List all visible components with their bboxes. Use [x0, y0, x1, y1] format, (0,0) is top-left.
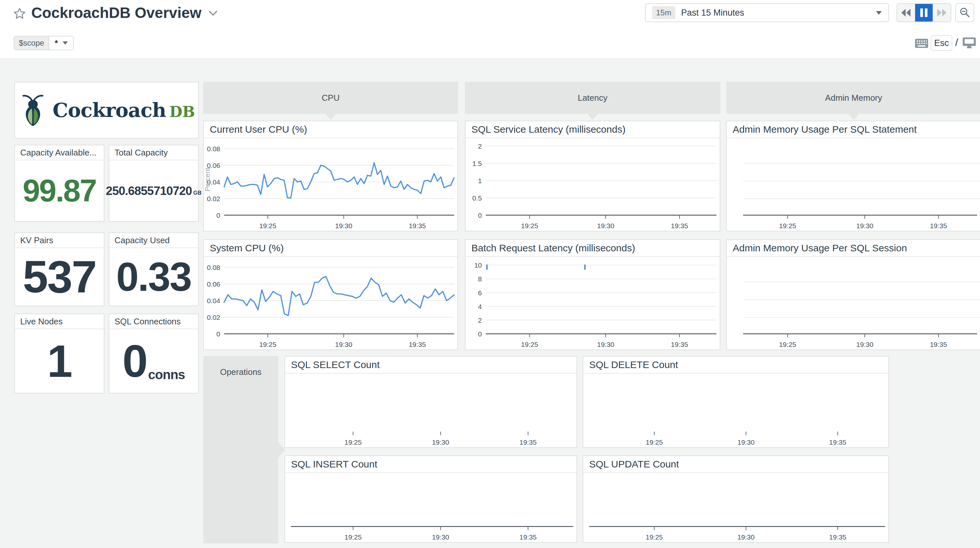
stat-title: Capacity Used	[109, 233, 198, 248]
shortcut-slash-text: /	[955, 37, 958, 49]
template-variable-scope[interactable]: $scope *	[14, 36, 74, 50]
esc-label: Esc	[934, 38, 949, 48]
time-range-label: Past 15 Minutes	[681, 8, 876, 18]
chart-sql-update-count: SQL UPDATE Count 19:2519:3019:35	[583, 456, 889, 543]
cockroachdb-logo-card: CockroachDB	[14, 82, 199, 138]
svg-text:19:30: 19:30	[856, 222, 873, 229]
svg-text:6: 6	[478, 289, 482, 297]
svg-text:19:35: 19:35	[930, 222, 947, 229]
stat-title: KV Pairs	[15, 233, 104, 248]
svg-text:0.02: 0.02	[207, 314, 220, 321]
chart-plot-area[interactable]: 00.020.040.060.0819:2519:3019:35Percent	[204, 139, 457, 231]
chart-plot-area[interactable]: 19:2519:3019:35	[285, 474, 576, 542]
time-rewind-button[interactable]	[897, 4, 915, 22]
svg-text:0: 0	[216, 211, 220, 219]
stat-card-capacity-used: Capacity Used 0.33	[109, 232, 199, 306]
chart-plot-area[interactable]: 19:2519:3019:35	[583, 474, 888, 542]
chart-plot-area[interactable]: 19:2519:3019:35	[285, 374, 576, 447]
section-notch	[278, 442, 285, 458]
stat-unit: GB	[193, 190, 202, 196]
section-header-latency[interactable]: Latency	[465, 82, 720, 114]
stat-value: 537	[23, 254, 96, 300]
chart-plot-area[interactable]: 19:2519:3019:35	[727, 257, 980, 349]
stat-card-sql-connections: SQL Connections 0 conns	[109, 314, 199, 394]
chart-plot-area[interactable]: 19:2519:3019:35	[727, 139, 980, 231]
svg-text:0.06: 0.06	[207, 280, 220, 288]
chart-plot-area[interactable]: 19:2519:3019:35	[583, 374, 888, 447]
fast-forward-icon	[936, 8, 947, 17]
section-label: Operations	[203, 367, 278, 377]
chart-plot-area[interactable]: 00.020.040.060.0819:2519:3019:35	[204, 257, 457, 349]
section-header-operations[interactable]: Operations	[203, 356, 278, 543]
svg-text:Percent: Percent	[204, 168, 211, 192]
keyboard-shortcuts-icon[interactable]	[915, 38, 929, 49]
cockroachdb-bug-icon	[18, 93, 48, 127]
stat-unit: conns	[148, 367, 185, 382]
chart-sql-delete-count: SQL DELETE Count 19:2519:3019:35	[583, 356, 889, 448]
template-variable-caret-icon	[63, 41, 68, 44]
chart-sql-service-latency: SQL Service Latency (milliseconds) 00.51…	[465, 121, 720, 232]
svg-text:1.5: 1.5	[473, 160, 482, 167]
time-range-badge: 15m	[652, 6, 675, 19]
svg-text:2: 2	[478, 143, 482, 150]
chart-plot-area[interactable]: 00.511.5219:2519:3019:35	[466, 139, 720, 231]
stat-value: 0.33	[116, 257, 191, 297]
svg-text:19:25: 19:25	[521, 341, 538, 348]
chart-title: Admin Memory Usage Per SQL Session	[727, 240, 980, 257]
section-header-cpu[interactable]: CPU	[203, 82, 458, 114]
zoom-out-button[interactable]	[955, 3, 974, 22]
chart-title: Batch Request Latency (milliseconds)	[466, 240, 720, 257]
svg-text:19:30: 19:30	[432, 533, 449, 541]
time-forward-button[interactable]	[933, 4, 951, 22]
section-header-admin-memory[interactable]: Admin Memory	[726, 82, 980, 114]
favorite-star-icon[interactable]	[13, 7, 26, 22]
stat-card-total-capacity: Total Capacity 250.6855710720 GB	[109, 145, 199, 222]
template-variable-value[interactable]: *	[49, 37, 73, 49]
chart-admin-memory-per-sql-session: Admin Memory Usage Per SQL Session 19:25…	[726, 239, 980, 350]
chart-admin-memory-per-sql-statement: Admin Memory Usage Per SQL Statement 19:…	[726, 121, 980, 232]
section-label: CPU	[322, 93, 340, 103]
chart-title: SQL UPDATE Count	[583, 456, 888, 473]
chart-title: Admin Memory Usage Per SQL Statement	[727, 121, 980, 138]
svg-text:19:25: 19:25	[259, 341, 277, 348]
chart-title: SQL Service Latency (milliseconds)	[466, 121, 720, 138]
svg-text:19:25: 19:25	[779, 222, 796, 229]
chart-title: SQL DELETE Count	[583, 357, 888, 373]
svg-text:19:30: 19:30	[597, 341, 614, 348]
chart-sql-select-count: SQL SELECT Count 19:2519:3019:35	[285, 356, 577, 448]
svg-text:10: 10	[474, 261, 482, 269]
svg-text:0.02: 0.02	[207, 195, 220, 202]
template-variable-value-text: *	[54, 38, 58, 48]
tv-mode-icon[interactable]	[963, 37, 976, 51]
svg-text:19:35: 19:35	[671, 222, 688, 229]
svg-text:19:25: 19:25	[521, 222, 538, 229]
time-pause-button[interactable]	[915, 4, 933, 22]
magnifier-minus-icon	[959, 7, 970, 18]
svg-text:8: 8	[478, 275, 482, 283]
svg-text:0: 0	[478, 211, 482, 219]
svg-text:0.08: 0.08	[207, 145, 220, 152]
svg-text:19:25: 19:25	[345, 438, 362, 446]
stat-title: SQL Connections	[109, 314, 198, 329]
svg-text:19:25: 19:25	[646, 533, 663, 541]
svg-text:0: 0	[216, 330, 220, 338]
title-menu-chevron-down-icon[interactable]	[208, 10, 218, 18]
time-range-selector[interactable]: 15m Past 15 Minutes	[645, 3, 889, 22]
svg-text:19:35: 19:35	[930, 341, 947, 348]
stat-card-kv-pairs: KV Pairs 537	[14, 232, 104, 306]
stat-title: Total Capacity	[109, 145, 198, 160]
cockroachdb-dashboard: { "header": { "title": "CockroachDB Over…	[0, 0, 980, 548]
svg-text:0.04: 0.04	[207, 297, 220, 305]
chart-plot-area[interactable]: 024681019:2519:3019:35	[466, 257, 720, 349]
section-notch	[587, 113, 598, 120]
stat-value: 1	[47, 338, 72, 384]
svg-text:19:35: 19:35	[671, 341, 688, 348]
esc-key-button[interactable]: Esc	[931, 35, 952, 51]
chart-title: SQL INSERT Count	[285, 456, 576, 473]
time-playback-controls	[896, 3, 951, 22]
svg-text:4: 4	[478, 303, 482, 310]
chart-title: SQL SELECT Count	[285, 357, 576, 373]
svg-text:19:25: 19:25	[779, 341, 796, 348]
svg-text:19:35: 19:35	[829, 533, 846, 541]
svg-text:0.08: 0.08	[207, 264, 220, 271]
